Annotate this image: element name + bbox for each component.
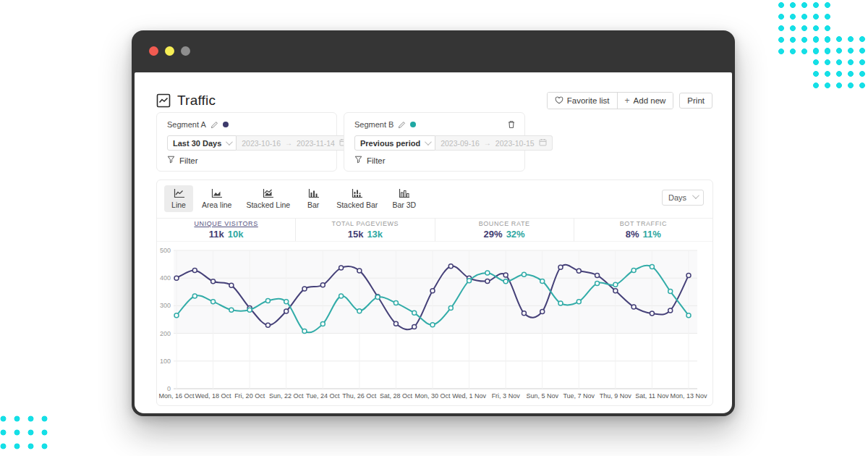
x-axis-label: Thu, 26 Oct — [342, 392, 377, 400]
edit-pencil-icon[interactable] — [210, 121, 218, 129]
data-point — [265, 323, 270, 327]
interval-select[interactable]: Days — [662, 190, 704, 206]
add-new-button[interactable]: + Add new — [617, 93, 673, 109]
line-chart-icon — [174, 189, 184, 198]
data-point — [229, 308, 234, 312]
data-point — [174, 276, 179, 280]
plot-background-band — [174, 250, 697, 334]
data-point — [576, 300, 581, 304]
x-axis-label: Fri, 20 Oct — [234, 392, 265, 400]
window-maximize-button[interactable] — [181, 46, 190, 56]
data-point — [284, 309, 289, 313]
data-point — [668, 308, 673, 313]
data-point — [284, 300, 289, 304]
x-axis-label: Sun, 22 Oct — [269, 392, 304, 400]
tab-area-line[interactable]: Area line — [196, 185, 237, 212]
data-point — [613, 282, 618, 287]
data-point — [558, 265, 563, 269]
decor-dots-bottom-left — [0, 412, 51, 454]
calendar-icon — [539, 138, 547, 148]
y-axis-label: 200 — [160, 330, 171, 337]
data-point — [558, 301, 563, 305]
window-close-button[interactable] — [149, 46, 158, 56]
x-axis-label: Wed, 18 Oct — [195, 392, 231, 400]
data-point — [357, 309, 362, 313]
print-button[interactable]: Print — [679, 93, 712, 109]
y-axis-label: 300 — [160, 302, 171, 309]
data-point — [247, 308, 252, 312]
data-point — [174, 313, 179, 318]
data-point — [211, 300, 216, 304]
metric-total-pageviews[interactable]: TOTAL PAGEVIEWS 15k13k — [295, 219, 434, 241]
segment-a-filter-button[interactable]: Filter — [167, 156, 198, 165]
x-axis-label: Tue, 7 Nov — [563, 392, 595, 400]
data-point — [229, 283, 234, 287]
x-axis-label: Mon, 16 Oct — [158, 392, 195, 400]
segment-b-preset-select[interactable]: Previous period — [354, 135, 435, 151]
tab-stacked-line[interactable]: Stacked Line — [240, 185, 296, 212]
data-point — [302, 329, 307, 334]
data-point — [339, 294, 344, 298]
window-titlebar — [132, 30, 735, 72]
favorite-list-button[interactable]: Favorite list — [548, 93, 617, 109]
data-point — [430, 289, 435, 293]
data-point — [668, 290, 673, 294]
tab-line[interactable]: Line — [164, 185, 193, 212]
data-point — [613, 289, 618, 293]
data-point — [503, 279, 508, 284]
data-point — [540, 309, 545, 313]
chevron-down-icon — [692, 192, 699, 199]
trend-chart-icon — [156, 93, 171, 108]
segment-b-date-range[interactable]: 2023-09-16 → 2023-10-15 — [435, 135, 552, 151]
x-axis-label: Mon, 13 Nov — [670, 392, 707, 400]
edit-pencil-icon[interactable] — [398, 121, 406, 129]
data-point — [357, 269, 362, 273]
data-point — [320, 283, 325, 287]
data-point — [631, 305, 636, 309]
data-point — [650, 265, 654, 269]
traffic-line-chart: 0100200300400500Mon, 16 OctWed, 18 OctFr… — [157, 242, 714, 406]
trash-icon[interactable] — [507, 120, 516, 129]
x-axis-label: Sun, 5 Nov — [526, 392, 558, 400]
decor-dots-top-right-2 — [810, 33, 868, 91]
segment-a-date-range[interactable]: 2023-10-16 → 2023-11-14 — [237, 135, 353, 151]
data-point — [393, 321, 398, 326]
page: { "window": { "title": "Traffic", "title… — [0, 0, 868, 456]
data-point — [375, 295, 380, 300]
x-axis-label: Sat, 11 Nov — [635, 392, 669, 400]
segment-b-filter-button[interactable]: Filter — [354, 156, 386, 165]
data-point — [448, 305, 453, 310]
x-axis-label: Wed, 1 Nov — [452, 392, 486, 400]
chevron-down-icon — [425, 138, 432, 145]
tab-bar[interactable]: Bar — [299, 185, 328, 212]
header-button-group: Favorite list + Add new — [547, 92, 674, 109]
data-point — [595, 281, 600, 285]
x-axis-label: Thu, 9 Nov — [600, 392, 632, 400]
chart-panel: Line Area line Stacked Line Bar Stacked … — [156, 180, 713, 406]
x-axis-label: Mon, 30 Oct — [414, 392, 451, 400]
window-minimize-button[interactable] — [165, 46, 174, 56]
tab-stacked-bar[interactable]: Stacked Bar — [331, 185, 383, 212]
data-point — [686, 313, 691, 318]
data-point — [192, 269, 197, 273]
funnel-icon — [354, 156, 362, 165]
chart-area: 0100200300400500Mon, 16 OctWed, 18 OctFr… — [157, 242, 714, 406]
page-title: Traffic — [177, 93, 216, 109]
plus-icon: + — [625, 96, 630, 105]
bar-chart-icon — [308, 189, 319, 198]
arrow-right-icon: → — [484, 139, 491, 147]
funnel-icon — [167, 156, 175, 165]
page-header: Traffic Favorite list + Add new — [156, 91, 712, 110]
metric-unique-visitors[interactable]: UNIQUE VISITORS 11k10k — [157, 219, 295, 241]
data-point — [412, 324, 417, 329]
segment-a-preset-select[interactable]: Last 30 Days — [167, 135, 237, 151]
data-point — [540, 279, 545, 283]
app-content: Traffic Favorite list + Add new — [135, 72, 732, 413]
area-chart-icon — [211, 189, 222, 198]
metric-bounce-rate[interactable]: BOUNCE RATE 29%32% — [435, 219, 574, 241]
data-point — [522, 272, 526, 276]
tab-bar-3d[interactable]: Bar 3D — [386, 185, 422, 212]
data-point — [503, 273, 508, 277]
metric-bot-traffic[interactable]: BOT TRAFFIC 8%11% — [574, 219, 712, 241]
data-point — [631, 269, 636, 273]
